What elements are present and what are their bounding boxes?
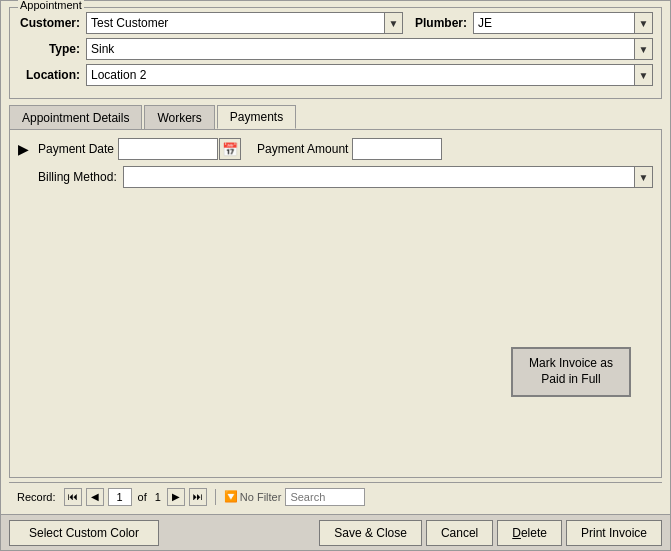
billing-method-dropdown-btn[interactable]: ▼ xyxy=(635,166,653,188)
location-field: ▼ xyxy=(86,64,653,86)
nav-page-input[interactable] xyxy=(108,488,132,506)
mark-invoice-paid-button[interactable]: Mark Invoice as Paid in Full xyxy=(511,347,631,397)
customer-dropdown-btn[interactable]: ▼ xyxy=(385,12,403,34)
nav-of-label: of xyxy=(138,491,147,503)
footer: Select Custom Color Save & Close Cancel … xyxy=(1,514,670,550)
group-legend: Appointment xyxy=(18,0,84,11)
plumber-dropdown-btn[interactable]: ▼ xyxy=(635,12,653,34)
type-input[interactable] xyxy=(86,38,635,60)
save-close-button[interactable]: Save & Close xyxy=(319,520,422,546)
tab-workers[interactable]: Workers xyxy=(144,105,214,129)
type-label: Type: xyxy=(18,42,86,56)
payments-tab-content: ▶ Payment Date 📅 Payment Amount Billing … xyxy=(9,129,662,478)
type-dropdown-btn[interactable]: ▼ xyxy=(635,38,653,60)
nav-total: 1 xyxy=(155,491,161,503)
payment-amount-input[interactable] xyxy=(352,138,442,160)
type-row: Type: ▼ xyxy=(18,38,653,60)
payment-date-row: ▶ Payment Date 📅 Payment Amount xyxy=(18,138,653,160)
billing-method-row: Billing Method: ▼ xyxy=(38,166,653,188)
search-input[interactable] xyxy=(285,488,365,506)
dialog: Appointment Customer: ▼ Plumber: ▼ Type:… xyxy=(0,0,671,551)
record-navigator: Record: ⏮ ◀ of 1 ▶ ⏭ 🔽 No Filter xyxy=(9,482,662,510)
billing-method-label: Billing Method: xyxy=(38,170,117,184)
tab-bar: Appointment Details Workers Payments xyxy=(9,105,662,129)
tab-payments[interactable]: Payments xyxy=(217,105,296,129)
location-dropdown-btn[interactable]: ▼ xyxy=(635,64,653,86)
tab-appointment-details[interactable]: Appointment Details xyxy=(9,105,142,129)
no-filter-button[interactable]: 🔽 No Filter xyxy=(224,490,282,503)
filter-icon: 🔽 xyxy=(224,490,238,503)
billing-method-input[interactable] xyxy=(123,166,635,188)
no-filter-label: No Filter xyxy=(240,491,282,503)
payment-date-label: Payment Date xyxy=(38,142,114,156)
nav-prev-button[interactable]: ◀ xyxy=(86,488,104,506)
nav-last-button[interactable]: ⏭ xyxy=(189,488,207,506)
plumber-label: Plumber: xyxy=(415,16,467,30)
nav-first-button[interactable]: ⏮ xyxy=(64,488,82,506)
plumber-section: Plumber: ▼ xyxy=(415,12,653,34)
location-row: Location: ▼ xyxy=(18,64,653,86)
customer-field: ▼ xyxy=(86,12,403,34)
select-custom-color-button[interactable]: Select Custom Color xyxy=(9,520,159,546)
customer-label: Customer: xyxy=(18,16,86,30)
payment-amount-label: Payment Amount xyxy=(257,142,348,156)
location-label: Location: xyxy=(18,68,86,82)
plumber-input[interactable] xyxy=(473,12,635,34)
nav-separator xyxy=(215,489,216,505)
cancel-button[interactable]: Cancel xyxy=(426,520,493,546)
record-arrow-icon: ▶ xyxy=(18,141,34,157)
customer-input[interactable] xyxy=(86,12,385,34)
location-input[interactable] xyxy=(86,64,635,86)
billing-method-field: ▼ xyxy=(123,166,653,188)
print-invoice-button[interactable]: Print Invoice xyxy=(566,520,662,546)
calendar-icon[interactable]: 📅 xyxy=(219,138,241,160)
delete-button[interactable]: Delete xyxy=(497,520,562,546)
type-field: ▼ xyxy=(86,38,653,60)
nav-next-button[interactable]: ▶ xyxy=(167,488,185,506)
customer-row: Customer: ▼ Plumber: ▼ xyxy=(18,12,653,34)
record-nav-label: Record: xyxy=(17,491,56,503)
appointment-group: Appointment Customer: ▼ Plumber: ▼ Type:… xyxy=(9,7,662,99)
payment-date-input[interactable] xyxy=(118,138,218,160)
plumber-field: ▼ xyxy=(473,12,653,34)
